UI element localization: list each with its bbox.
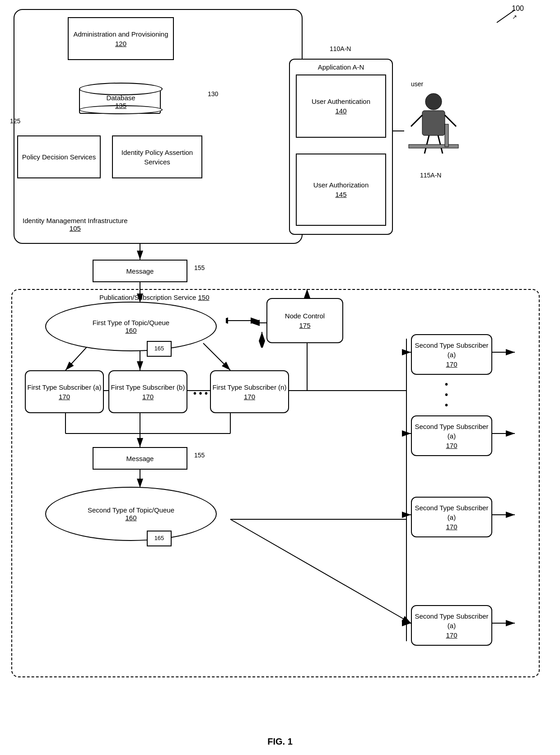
second-sub1-box: Second Type Subscriber (a) 170 [411, 334, 492, 375]
first-topic-number: 160 [125, 326, 136, 334]
sub-a-number: 170 [59, 393, 70, 401]
user-auth-label: User Authentication [312, 98, 370, 105]
identity-mgmt-label: Identity Management Infrastructure 105 [23, 217, 128, 232]
user-authz-box: User Authorization 145 [296, 154, 386, 226]
message2-box: Message [93, 447, 187, 470]
message2-label: Message [126, 454, 154, 463]
policy-decision-label: Policy Decision Services [22, 153, 96, 161]
admin-provisioning-number: 120 [115, 40, 126, 47]
second-sub4-box: Second Type Subscriber (a) 170 [411, 605, 492, 646]
first-topic-ellipse: First Type of Topic/Queue 160 [45, 302, 217, 351]
user-authz-number: 145 [335, 191, 346, 198]
second-sub3-box: Second Type Subscriber (a) 170 [411, 497, 492, 537]
sub-a-label: First Type Subscriber (a) [28, 383, 102, 391]
second-topic-label: Second Type of Topic/Queue [88, 506, 174, 514]
node-arrows [226, 294, 316, 348]
svg-rect-36 [422, 111, 445, 135]
identity-policy-box: Identity Policy Assertion Services [112, 135, 202, 178]
second-sub3-label: Second Type Subscriber (a) [415, 504, 488, 521]
user-authz-label: User Authorization [313, 181, 369, 189]
sub-n-box: First Type Subscriber (n) 170 [210, 370, 289, 413]
sub-b-number: 170 [142, 393, 154, 401]
second-sub4-number: 170 [446, 631, 457, 639]
diagram-container: 100 ↗ Identity Management Infrastructure… [0, 0, 560, 755]
pubsub-label: Publication/Subscription Service 150 [99, 294, 209, 301]
ref-125: 125 [10, 117, 20, 125]
second-topic-ellipse: Second Type of Topic/Queue 160 [45, 487, 217, 541]
identity-policy-label: Identity Policy Assertion Services [121, 149, 193, 166]
sub-b-box: First Type Subscriber (b) 170 [108, 370, 187, 413]
database-number: 135 [115, 102, 126, 109]
svg-line-37 [411, 115, 422, 126]
ref-100-arrow: ↗ [512, 14, 517, 20]
svg-point-35 [425, 93, 442, 110]
sub-a-box: First Type Subscriber (a) 170 [25, 370, 104, 413]
ref-115an: 115A-N [420, 172, 441, 179]
ref-110an: 110A-N [330, 45, 351, 52]
policy-decision-box: Policy Decision Services [17, 135, 101, 178]
application-label: Application A-N [294, 63, 388, 71]
second-sub4-label: Second Type Subscriber (a) [415, 612, 488, 629]
sub-b-label: First Type Subscriber (b) [111, 383, 185, 391]
second-sub3-number: 170 [446, 523, 457, 531]
sub-n-number: 170 [244, 393, 255, 401]
first-topic-165: 165 [147, 341, 172, 357]
svg-rect-41 [409, 144, 458, 148]
second-sub2-number: 170 [446, 442, 457, 449]
message1-label: Message [126, 266, 154, 276]
database-label: Database [106, 94, 135, 102]
user-auth-box: User Authentication 140 [296, 75, 386, 138]
ref-100: 100 [512, 5, 524, 13]
first-topic-label: First Type of Topic/Queue [93, 319, 169, 326]
ref-155-1: 155 [194, 264, 205, 271]
fig-title: FIG. 1 [0, 736, 560, 747]
svg-rect-42 [445, 124, 448, 147]
second-sub2-box: Second Type Subscriber (a) 170 [411, 415, 492, 456]
message1-box: Message [93, 260, 187, 282]
second-sub1-number: 170 [446, 360, 457, 368]
user-auth-number: 140 [335, 107, 346, 115]
second-sub2-label: Second Type Subscriber (a) [415, 423, 488, 440]
ref-155-2: 155 [194, 452, 205, 459]
user-figure [406, 90, 461, 158]
admin-provisioning-box: Administration and Provisioning 120 [68, 17, 174, 60]
second-sub1-label: Second Type Subscriber (a) [415, 341, 488, 359]
dots-subscribers: • • • [193, 388, 208, 399]
sub-n-label: First Type Subscriber (n) [213, 383, 287, 391]
second-topic-165: 165 [147, 531, 172, 546]
user-label: user [411, 80, 423, 88]
database-box: Database 135 [79, 83, 163, 114]
ref-130: 130 [208, 90, 218, 98]
second-topic-number: 160 [125, 514, 136, 522]
dots-second-subs-1: ••• [445, 379, 448, 410]
admin-provisioning-label: Administration and Provisioning [73, 30, 168, 38]
